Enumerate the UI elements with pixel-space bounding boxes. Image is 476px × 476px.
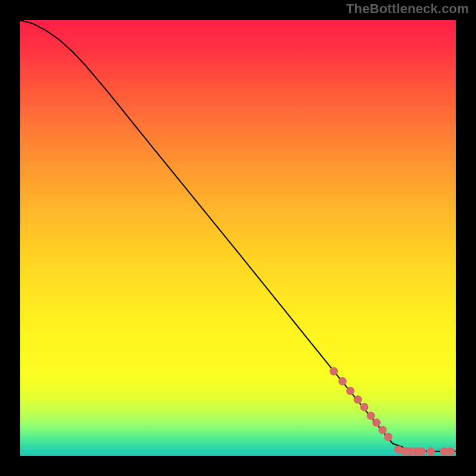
chart-marker	[360, 403, 368, 411]
chart-marker	[330, 367, 338, 375]
chart-stage: TheBottleneck.com	[0, 0, 476, 476]
chart-marker	[418, 447, 426, 456]
chart-marker	[446, 447, 455, 456]
watermark-text: TheBottleneck.com	[346, 1, 469, 17]
chart-marker	[367, 412, 375, 420]
chart-marker	[384, 433, 393, 441]
chart-marker	[339, 377, 347, 386]
chart-marker	[378, 426, 387, 434]
chart-marker	[372, 418, 381, 427]
chart-marker	[427, 447, 435, 456]
chart-curve	[20, 20, 456, 452]
chart-overlay	[20, 20, 456, 456]
chart-marker	[353, 396, 362, 404]
chart-marker	[346, 387, 355, 395]
